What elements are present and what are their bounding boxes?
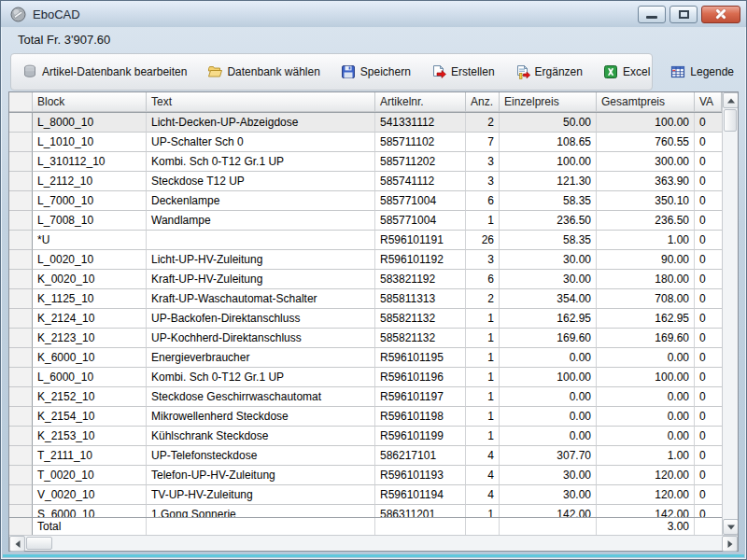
cell-text: Deckenlampe (147, 191, 375, 211)
row-selector[interactable] (9, 113, 33, 133)
cell-anz: 2 (466, 113, 500, 133)
cell-artikelnr: 585771004 (375, 211, 466, 231)
table-row[interactable]: T_2111_10UP-Telefonsteckdose586217101430… (9, 446, 722, 466)
table-row[interactable]: L_8000_10Licht-Decken-UP-Abzeigdose54133… (9, 113, 722, 133)
cell-block: K_2152_10 (33, 387, 147, 407)
cell-einzelpreis: 30.00 (500, 270, 597, 289)
scroll-right-button[interactable] (722, 536, 738, 552)
table-row[interactable]: L_310112_10Kombi. Sch 0-T12 Gr.1 UP58571… (9, 152, 722, 172)
row-selector[interactable] (9, 309, 33, 329)
row-selector[interactable] (9, 152, 33, 172)
row-selector[interactable] (9, 407, 33, 427)
column-header-block[interactable]: Block (33, 92, 147, 112)
cell-anz: 3 (466, 172, 500, 191)
button-label: Erstellen (451, 65, 495, 78)
table-row[interactable]: S_6000_101.Gong Sonnerie5863112011142.00… (9, 505, 722, 517)
total-va-cell (695, 518, 722, 535)
excel-button[interactable]: Excel (599, 62, 654, 82)
arrow-up-icon (727, 98, 735, 103)
table-row[interactable]: K_0020_10Kraft-UP-HV-Zuleitung5838211926… (9, 270, 722, 289)
row-selector (9, 518, 33, 535)
scroll-up-button[interactable] (723, 92, 738, 108)
table-row[interactable]: K_2124_10UP-Backofen-Direktanschluss5858… (9, 309, 722, 329)
table-row[interactable]: L_1010_10UP-Schalter Sch 05857111027108.… (9, 133, 722, 152)
column-header-text[interactable]: Text (147, 92, 375, 112)
database-icon (22, 64, 37, 79)
cell-artikelnr: 585821132 (375, 309, 466, 329)
close-button[interactable] (701, 6, 740, 23)
row-selector[interactable] (9, 368, 33, 387)
table-row[interactable]: K_2152_10Steckdose GeschirrwaschautomatR… (9, 387, 722, 407)
cell-gesamtpreis: 363.90 (597, 172, 695, 191)
choose-database-button[interactable]: Datenbank wählen (204, 62, 323, 82)
vertical-scrollbar[interactable] (722, 92, 738, 535)
cell-einzelpreis: 100.00 (500, 152, 597, 172)
row-selector[interactable] (9, 466, 33, 485)
horizontal-scroll-thumb[interactable] (26, 537, 52, 550)
table-row[interactable]: K_2123_10UP-Kochherd-Direktanschluss5858… (9, 329, 722, 348)
table-row[interactable]: L_6000_10Kombi. Sch 0-T12 Gr.1 UPR596101… (9, 368, 722, 387)
cell-text: TV-UP-HV-Zuleitung (147, 485, 375, 505)
table-row[interactable]: K_6000_10EnergieverbraucherR59610119510.… (9, 348, 722, 368)
cell-block: K_2153_10 (33, 427, 147, 446)
row-selector[interactable] (9, 485, 33, 505)
cell-artikelnr: R596101196 (375, 368, 466, 387)
article-table: Block Text Artikelnr. Anz. Einzelpreis G… (8, 91, 739, 552)
cell-block: L_8000_10 (33, 113, 147, 133)
table-row[interactable]: *UR5961011912658.351.000 (9, 231, 722, 250)
row-selector[interactable] (9, 250, 33, 270)
title-bar[interactable]: EboCAD (1, 1, 746, 27)
cell-va: 0 (695, 172, 722, 191)
arrow-right-icon (727, 540, 732, 548)
column-header-anz[interactable]: Anz. (466, 92, 500, 112)
cell-block: K_0020_10 (33, 270, 147, 289)
table-row[interactable]: V_0020_10TV-UP-HV-ZuleitungR596101194430… (9, 485, 722, 505)
row-selector[interactable] (9, 348, 33, 368)
vertical-scroll-track[interactable] (723, 133, 738, 519)
edit-article-database-button[interactable]: Artikel-Datenbank bearbeiten (19, 62, 190, 82)
append-button[interactable]: Ergänzen (512, 62, 586, 82)
horizontal-scroll-track[interactable] (53, 536, 722, 551)
cell-block: K_2124_10 (33, 309, 147, 329)
table-row[interactable]: K_1125_10Kraft-UP-Waschautomat-Schalter5… (9, 289, 722, 309)
cell-text: Energieverbraucher (147, 348, 375, 368)
row-selector[interactable] (9, 427, 33, 446)
table-row[interactable]: T_0020_10Telefon-UP-HV-ZuleitungR5961011… (9, 466, 722, 485)
row-selector[interactable] (9, 387, 33, 407)
table-row[interactable]: L_7008_10Wandlampe5857710041236.50236.50… (9, 211, 722, 231)
row-selector[interactable] (9, 270, 33, 289)
table-row[interactable]: L_2112_10Steckdose T12 UP5857411123121.3… (9, 172, 722, 191)
row-selector[interactable] (9, 446, 33, 466)
row-selector[interactable] (9, 211, 33, 231)
row-selector[interactable] (9, 505, 33, 517)
total-text-cell (147, 518, 375, 535)
row-selector[interactable] (9, 329, 33, 348)
row-selector[interactable] (9, 289, 33, 309)
cell-block: *U (33, 231, 147, 250)
row-selector[interactable] (9, 172, 33, 191)
save-button[interactable]: Speichern (337, 62, 415, 82)
row-selector[interactable] (9, 133, 33, 152)
cell-va: 0 (695, 191, 722, 211)
scroll-down-button[interactable] (723, 519, 738, 535)
column-header-gesamtpreis[interactable]: Gesamtpreis (597, 92, 695, 112)
table-row[interactable]: K_2154_10Mikrowellenherd SteckdoseR59610… (9, 407, 722, 427)
row-selector[interactable] (9, 191, 33, 211)
legend-button[interactable]: Legende (667, 62, 738, 82)
cell-text: Kombi. Sch 0-T12 Gr.1 UP (147, 368, 375, 387)
total-gesamtpreis: 3.00 (597, 518, 695, 535)
row-selector[interactable] (9, 231, 33, 250)
table-row[interactable]: K_2153_10Kühlschrank SteckdoseR596101199… (9, 427, 722, 446)
column-header-va[interactable]: VA (695, 92, 722, 112)
scroll-left-button[interactable] (9, 536, 25, 552)
table-row[interactable]: L_7000_10Deckenlampe585771004658.35350.1… (9, 191, 722, 211)
table-row[interactable]: L_0020_10Licht-UP-HV-ZuleitungR596101192… (9, 250, 722, 270)
cell-gesamtpreis: 180.00 (597, 270, 695, 289)
column-header-artikelnr[interactable]: Artikelnr. (375, 92, 466, 112)
maximize-button[interactable] (669, 6, 698, 23)
minimize-button[interactable] (638, 6, 666, 23)
vertical-scroll-thumb[interactable] (724, 109, 737, 132)
column-header-einzelpreis[interactable]: Einzelpreis (500, 92, 597, 112)
horizontal-scrollbar[interactable] (9, 535, 738, 551)
create-button[interactable]: Erstellen (428, 62, 499, 82)
